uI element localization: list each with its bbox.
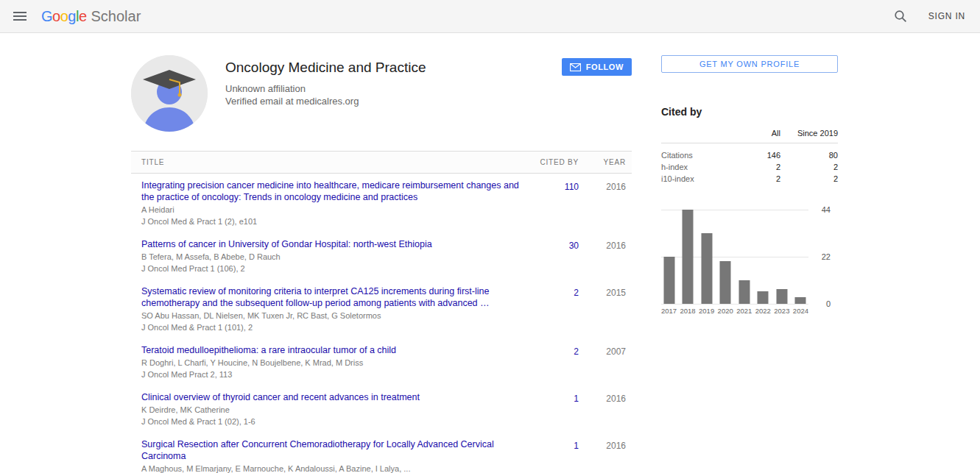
stat-all[interactable]: 2 xyxy=(736,161,780,173)
google-logo-letter: o xyxy=(60,8,68,24)
publication-year: 2016 xyxy=(606,441,626,451)
publication-title[interactable]: Patterns of cancer in University of Gond… xyxy=(141,238,527,250)
stat-since[interactable]: 2 xyxy=(780,161,838,173)
publication-authors: A Maghous, M Elmarjany, E Marnouche, K A… xyxy=(141,463,527,473)
publications-table: TITLE CITED BY YEAR Integrating precisio… xyxy=(131,151,632,473)
stat-all[interactable]: 146 xyxy=(736,149,780,161)
publication-venue: J Oncol Med & Pract 1 (02), 1-6 xyxy=(141,416,527,427)
chart-bar[interactable] xyxy=(663,257,674,304)
publication-authors: K Deirdre, MK Catherine xyxy=(141,405,527,415)
google-logo-letter: e xyxy=(79,8,87,24)
publication-title[interactable]: Integrating precision cancer medicine in… xyxy=(141,179,527,203)
stat-label: i10-index xyxy=(661,173,736,185)
envelope-icon xyxy=(570,63,581,71)
chart-year-label: 2022 xyxy=(755,307,771,315)
chart-bar[interactable] xyxy=(776,289,787,304)
chart-baseline xyxy=(661,304,808,305)
chart-year-label: 2020 xyxy=(718,307,733,315)
stats-column-since: Since 2019 xyxy=(780,129,838,138)
get-my-own-profile-button[interactable]: GET MY OWN PROFILE xyxy=(661,55,838,73)
y-axis-tick: 0 xyxy=(808,299,831,308)
stat-since[interactable]: 2 xyxy=(780,173,838,185)
title-column-header[interactable]: TITLE xyxy=(131,158,527,166)
cited-by-stats: Citations 146 80 h-index 2 2 i10-index 2… xyxy=(661,143,838,185)
follow-button[interactable]: FOLLOW xyxy=(562,58,632,76)
scholar-logo-text: Scholar xyxy=(91,8,141,25)
publications-list: Integrating precision cancer medicine in… xyxy=(131,174,632,473)
publication-title[interactable]: Clinical overview of thyroid cancer and … xyxy=(141,391,527,403)
cited-by-count[interactable]: 1 xyxy=(574,394,579,404)
cited-by-heading: Cited by xyxy=(661,106,838,118)
chart-bar[interactable] xyxy=(701,233,712,304)
chart-bar-column: 2020 xyxy=(719,210,732,304)
follow-button-label: FOLLOW xyxy=(586,63,624,71)
chart-year-label: 2021 xyxy=(736,307,752,315)
google-logo-letter: o xyxy=(52,8,60,24)
chart-year-label: 2019 xyxy=(699,307,714,315)
stat-row: i10-index 2 2 xyxy=(661,173,838,185)
publication-authors: R Doghri, L Charfi, Y Houcine, N Boujelb… xyxy=(141,358,527,368)
publication-authors: B Tefera, M Assefa, B Abebe, D Rauch xyxy=(141,252,527,262)
profile-header: Oncology Medicine and Practice Unknown a… xyxy=(131,55,632,132)
publication-venue: J Oncol Med Pract 2, 113 xyxy=(141,369,527,380)
cited-by-count[interactable]: 2 xyxy=(574,288,579,298)
chart-bar-column: 2021 xyxy=(738,210,750,304)
chart-year-label: 2017 xyxy=(661,307,677,315)
stat-label: Citations xyxy=(661,149,736,161)
citations-chart-bars: 20172018201920202021202220232024 xyxy=(663,210,807,304)
publication-year: 2016 xyxy=(606,394,626,404)
chart-bar[interactable] xyxy=(720,261,731,304)
publication-year: 2016 xyxy=(606,241,626,251)
google-scholar-logo[interactable]: Google Scholar xyxy=(41,8,141,25)
stat-row: h-index 2 2 xyxy=(661,161,838,173)
cited-by-count[interactable]: 110 xyxy=(565,182,579,192)
google-logo: Google xyxy=(41,8,87,25)
chart-bar-column: 2018 xyxy=(682,210,694,304)
chart-bar-column: 2023 xyxy=(775,210,788,304)
profile-verified-email: Verified email at medicalres.org xyxy=(225,95,562,107)
top-bar: Google Scholar SIGN IN xyxy=(0,0,980,33)
profile-affiliation: Unknown affiliation xyxy=(225,82,562,95)
y-axis-tick: 22 xyxy=(808,252,831,261)
cited-by-column-header[interactable]: CITED BY xyxy=(527,158,579,166)
table-row: Systematic review of monitoring criteria… xyxy=(131,280,632,338)
chart-year-label: 2018 xyxy=(680,307,695,315)
publication-year: 2015 xyxy=(606,288,626,298)
chart-year-label: 2024 xyxy=(793,307,808,315)
cited-by-count[interactable]: 1 xyxy=(574,441,579,451)
publication-authors: SO Abu Hassan, DL Nielsen, MK Tuxen Jr, … xyxy=(141,310,527,321)
publications-table-header: TITLE CITED BY YEAR xyxy=(131,151,632,174)
main-content: Oncology Medicine and Practice Unknown a… xyxy=(0,33,980,473)
year-column-header[interactable]: YEAR xyxy=(579,158,632,166)
menu-icon[interactable] xyxy=(7,4,32,29)
cited-by-count[interactable]: 30 xyxy=(569,241,579,251)
chart-bar-column: 2017 xyxy=(663,210,675,304)
stat-all[interactable]: 2 xyxy=(736,173,780,185)
google-logo-letter: G xyxy=(41,8,52,24)
publication-title[interactable]: Systematic review of monitoring criteria… xyxy=(141,285,527,309)
publication-venue: J Oncol Med Pract 1 (106), 2 xyxy=(141,263,527,274)
chart-bar[interactable] xyxy=(795,297,806,304)
publication-title[interactable]: Surgical Resection after Concurrent Chem… xyxy=(141,438,527,462)
table-row: Patterns of cancer in University of Gond… xyxy=(131,232,632,280)
y-axis-tick: 44 xyxy=(808,205,831,214)
chart-bar-column: 2024 xyxy=(794,210,807,304)
stat-since[interactable]: 80 xyxy=(780,149,838,161)
chart-bar[interactable] xyxy=(758,291,769,304)
profile-name: Oncology Medicine and Practice xyxy=(225,60,562,76)
citation-stats-table: All Since 2019 Citations 146 80 h-index … xyxy=(661,129,838,185)
table-row: Clinical overview of thyroid cancer and … xyxy=(131,385,632,433)
cited-by-count[interactable]: 2 xyxy=(574,346,579,357)
table-row: Surgical Resection after Concurrent Chem… xyxy=(131,433,632,473)
search-icon[interactable] xyxy=(892,7,909,25)
publication-title[interactable]: Teratoid medulloepithelioma: a rare intr… xyxy=(141,344,527,356)
publication-authors: A Heidari xyxy=(141,205,527,215)
publication-year: 2007 xyxy=(606,346,626,357)
stats-column-all: All xyxy=(736,129,780,138)
chart-bar[interactable] xyxy=(738,280,750,304)
chart-year-label: 2023 xyxy=(774,307,789,315)
chart-bar[interactable] xyxy=(683,210,694,304)
sign-in-link[interactable]: SIGN IN xyxy=(928,11,965,21)
scholar-avatar-icon xyxy=(131,55,208,132)
table-row: Integrating precision cancer medicine in… xyxy=(131,174,632,232)
